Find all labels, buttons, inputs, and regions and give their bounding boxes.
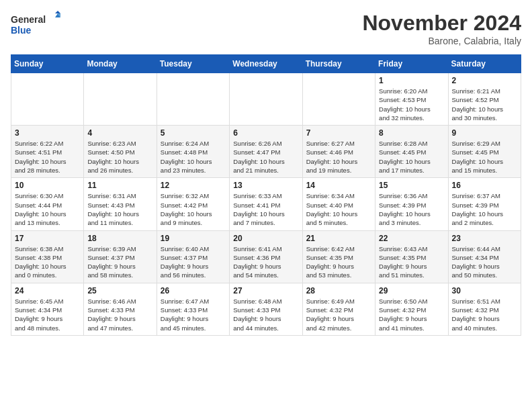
- logo-svg: General Blue: [11, 11, 64, 39]
- weekday-header: Monday: [84, 55, 157, 73]
- calendar-cell: [302, 73, 375, 126]
- day-number: 22: [379, 234, 444, 243]
- calendar-week-row: 24Sunrise: 6:45 AM Sunset: 4:34 PM Dayli…: [11, 283, 521, 335]
- calendar-cell: 29Sunrise: 6:50 AM Sunset: 4:32 PM Dayli…: [375, 283, 448, 335]
- day-number: 15: [379, 181, 444, 190]
- calendar-cell: [11, 73, 84, 126]
- calendar-cell: 25Sunrise: 6:46 AM Sunset: 4:33 PM Dayli…: [84, 283, 157, 335]
- calendar-week-row: 1Sunrise: 6:20 AM Sunset: 4:53 PM Daylig…: [11, 73, 521, 126]
- calendar-cell: 26Sunrise: 6:47 AM Sunset: 4:33 PM Dayli…: [157, 283, 229, 335]
- calendar-cell: 10Sunrise: 6:30 AM Sunset: 4:44 PM Dayli…: [11, 178, 84, 230]
- calendar-cell: 7Sunrise: 6:27 AM Sunset: 4:46 PM Daylig…: [302, 126, 375, 178]
- day-info: Sunrise: 6:28 AM Sunset: 4:45 PM Dayligh…: [379, 139, 444, 175]
- day-number: 24: [15, 286, 80, 295]
- calendar-cell: 4Sunrise: 6:23 AM Sunset: 4:50 PM Daylig…: [84, 126, 157, 178]
- day-number: 8: [379, 128, 444, 138]
- day-info: Sunrise: 6:24 AM Sunset: 4:48 PM Dayligh…: [161, 139, 226, 175]
- day-number: 2: [452, 76, 517, 85]
- weekday-header-row: SundayMondayTuesdayWednesdayThursdayFrid…: [11, 55, 521, 73]
- logo: General Blue: [11, 11, 64, 39]
- day-number: 12: [161, 181, 226, 190]
- calendar-cell: [157, 73, 229, 126]
- calendar-cell: 1Sunrise: 6:20 AM Sunset: 4:53 PM Daylig…: [375, 73, 448, 126]
- calendar-week-row: 17Sunrise: 6:38 AM Sunset: 4:38 PM Dayli…: [11, 230, 521, 283]
- day-number: 4: [87, 128, 152, 138]
- day-info: Sunrise: 6:33 AM Sunset: 4:41 PM Dayligh…: [233, 191, 298, 227]
- day-info: Sunrise: 6:36 AM Sunset: 4:39 PM Dayligh…: [379, 191, 444, 227]
- svg-text:Blue: Blue: [11, 25, 32, 36]
- calendar-cell: 22Sunrise: 6:43 AM Sunset: 4:35 PM Dayli…: [375, 230, 448, 283]
- calendar-cell: 6Sunrise: 6:26 AM Sunset: 4:47 PM Daylig…: [230, 126, 302, 178]
- calendar-cell: 13Sunrise: 6:33 AM Sunset: 4:41 PM Dayli…: [230, 178, 302, 230]
- day-number: 18: [87, 234, 152, 243]
- day-info: Sunrise: 6:21 AM Sunset: 4:52 PM Dayligh…: [452, 87, 517, 122]
- day-info: Sunrise: 6:47 AM Sunset: 4:33 PM Dayligh…: [161, 297, 226, 332]
- calendar-cell: 18Sunrise: 6:39 AM Sunset: 4:37 PM Dayli…: [84, 230, 157, 283]
- calendar-week-row: 3Sunrise: 6:22 AM Sunset: 4:51 PM Daylig…: [11, 126, 521, 178]
- svg-marker-2: [55, 11, 60, 13]
- day-info: Sunrise: 6:22 AM Sunset: 4:51 PM Dayligh…: [15, 139, 80, 175]
- day-number: 14: [306, 181, 371, 190]
- day-number: 28: [306, 286, 371, 295]
- calendar-cell: 8Sunrise: 6:28 AM Sunset: 4:45 PM Daylig…: [375, 126, 448, 178]
- day-number: 11: [87, 181, 152, 190]
- calendar-cell: 12Sunrise: 6:32 AM Sunset: 4:42 PM Dayli…: [157, 178, 229, 230]
- day-number: 27: [233, 286, 298, 295]
- day-number: 7: [306, 128, 371, 138]
- calendar-cell: 5Sunrise: 6:24 AM Sunset: 4:48 PM Daylig…: [157, 126, 229, 178]
- day-info: Sunrise: 6:41 AM Sunset: 4:36 PM Dayligh…: [233, 244, 298, 280]
- calendar-cell: 3Sunrise: 6:22 AM Sunset: 4:51 PM Daylig…: [11, 126, 84, 178]
- calendar-cell: 2Sunrise: 6:21 AM Sunset: 4:52 PM Daylig…: [448, 73, 521, 126]
- day-number: 30: [452, 286, 517, 295]
- weekday-header: Sunday: [11, 55, 84, 73]
- calendar-cell: 27Sunrise: 6:48 AM Sunset: 4:33 PM Dayli…: [230, 283, 302, 335]
- calendar-cell: 16Sunrise: 6:37 AM Sunset: 4:39 PM Dayli…: [448, 178, 521, 230]
- day-info: Sunrise: 6:37 AM Sunset: 4:39 PM Dayligh…: [452, 191, 517, 227]
- day-number: 21: [306, 234, 371, 243]
- day-info: Sunrise: 6:29 AM Sunset: 4:45 PM Dayligh…: [452, 139, 517, 175]
- day-info: Sunrise: 6:45 AM Sunset: 4:34 PM Dayligh…: [15, 297, 80, 332]
- day-number: 16: [452, 181, 517, 190]
- day-info: Sunrise: 6:46 AM Sunset: 4:33 PM Dayligh…: [87, 297, 152, 332]
- day-number: 6: [233, 128, 298, 138]
- day-info: Sunrise: 6:30 AM Sunset: 4:44 PM Dayligh…: [15, 191, 80, 227]
- calendar-cell: [230, 73, 302, 126]
- calendar-cell: 17Sunrise: 6:38 AM Sunset: 4:38 PM Dayli…: [11, 230, 84, 283]
- day-info: Sunrise: 6:43 AM Sunset: 4:35 PM Dayligh…: [379, 244, 444, 280]
- day-info: Sunrise: 6:26 AM Sunset: 4:47 PM Dayligh…: [233, 139, 298, 175]
- day-info: Sunrise: 6:31 AM Sunset: 4:43 PM Dayligh…: [87, 191, 152, 227]
- calendar-cell: 20Sunrise: 6:41 AM Sunset: 4:36 PM Dayli…: [230, 230, 302, 283]
- weekday-header: Saturday: [448, 55, 521, 73]
- day-info: Sunrise: 6:23 AM Sunset: 4:50 PM Dayligh…: [87, 139, 152, 175]
- day-number: 26: [161, 286, 226, 295]
- calendar-cell: 15Sunrise: 6:36 AM Sunset: 4:39 PM Dayli…: [375, 178, 448, 230]
- calendar-cell: 30Sunrise: 6:51 AM Sunset: 4:32 PM Dayli…: [448, 283, 521, 335]
- calendar-cell: 9Sunrise: 6:29 AM Sunset: 4:45 PM Daylig…: [448, 126, 521, 178]
- title-block: November 2024 Barone, Calabria, Italy: [362, 11, 521, 46]
- weekday-header: Friday: [375, 55, 448, 73]
- day-number: 10: [15, 181, 80, 190]
- calendar-cell: [84, 73, 157, 126]
- day-info: Sunrise: 6:39 AM Sunset: 4:37 PM Dayligh…: [87, 244, 152, 280]
- day-number: 19: [161, 234, 226, 243]
- calendar-cell: 14Sunrise: 6:34 AM Sunset: 4:40 PM Dayli…: [302, 178, 375, 230]
- weekday-header: Tuesday: [157, 55, 229, 73]
- day-number: 25: [87, 286, 152, 295]
- day-info: Sunrise: 6:49 AM Sunset: 4:32 PM Dayligh…: [306, 297, 371, 332]
- day-number: 9: [452, 128, 517, 138]
- day-number: 13: [233, 181, 298, 190]
- day-info: Sunrise: 6:38 AM Sunset: 4:38 PM Dayligh…: [15, 244, 80, 280]
- day-info: Sunrise: 6:44 AM Sunset: 4:34 PM Dayligh…: [452, 244, 517, 280]
- day-number: 3: [15, 128, 80, 138]
- day-number: 20: [233, 234, 298, 243]
- calendar-cell: 21Sunrise: 6:42 AM Sunset: 4:35 PM Dayli…: [302, 230, 375, 283]
- calendar-cell: 24Sunrise: 6:45 AM Sunset: 4:34 PM Dayli…: [11, 283, 84, 335]
- weekday-header: Thursday: [302, 55, 375, 73]
- location: Barone, Calabria, Italy: [362, 36, 521, 46]
- day-number: 1: [379, 76, 444, 85]
- day-info: Sunrise: 6:32 AM Sunset: 4:42 PM Dayligh…: [161, 191, 226, 227]
- page-header: General Blue November 2024 Barone, Calab…: [11, 11, 521, 46]
- calendar-week-row: 10Sunrise: 6:30 AM Sunset: 4:44 PM Dayli…: [11, 178, 521, 230]
- month-title: November 2024: [362, 11, 521, 36]
- day-number: 29: [379, 286, 444, 295]
